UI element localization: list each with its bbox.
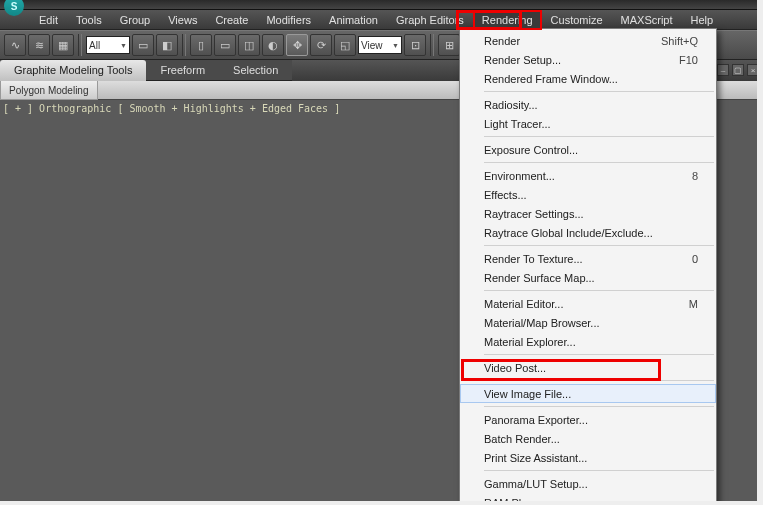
menu-edit[interactable]: Edit [30,10,67,30]
menu-item-raytrace-global-include-exclude[interactable]: Raytrace Global Include/Exclude... [460,223,716,242]
menu-item-material-map-browser[interactable]: Material/Map Browser... [460,313,716,332]
refcoord-combo[interactable]: View▼ [358,36,402,54]
menu-item-label: Gamma/LUT Setup... [484,478,588,490]
menu-item-shortcut: F10 [679,54,698,66]
menu-item-print-size-assistant[interactable]: Print Size Assistant... [460,448,716,467]
menu-item-label: Environment... [484,170,555,182]
menu-separator [484,406,714,407]
menu-item-render[interactable]: RenderShift+Q [460,31,716,50]
ribbon-tab-graphite-modeling-tools[interactable]: Graphite Modeling Tools [0,60,146,81]
menu-item-shortcut: 0 [692,253,698,265]
menu-item-effects[interactable]: Effects... [460,185,716,204]
menu-item-label: Raytracer Settings... [484,208,584,220]
menu-separator [484,354,714,355]
menu-item-label: Material Editor... [484,298,563,310]
ribbon-tab-selection[interactable]: Selection [219,60,292,81]
menu-item-environment[interactable]: Environment...8 [460,166,716,185]
toolbar-separator [78,34,82,56]
tool-window-icon[interactable]: ◧ [156,34,178,56]
menu-separator [484,162,714,163]
menu-item-label: Render Surface Map... [484,272,595,284]
tool-select-name-icon[interactable]: ▭ [214,34,236,56]
menu-separator [484,380,714,381]
menu-item-gamma-lut-setup[interactable]: Gamma/LUT Setup... [460,474,716,493]
selection-filter-combo[interactable]: All▼ [86,36,130,54]
menu-item-label: View Image File... [484,388,571,400]
menu-item-exposure-control[interactable]: Exposure Control... [460,140,716,159]
menu-rendering[interactable]: Rendering [473,10,542,30]
menu-item-shortcut: Shift+Q [661,35,698,47]
tool-select-icon[interactable]: ▯ [190,34,212,56]
menu-item-rendered-frame-window[interactable]: Rendered Frame Window... [460,69,716,88]
title-bar: S [0,0,763,10]
tool-select-region-icon[interactable]: ◫ [238,34,260,56]
sub-ribbon-tab[interactable]: Polygon Modeling [0,81,98,100]
ribbon-tab-freeform[interactable]: Freeform [146,60,219,81]
tool-move-icon[interactable]: ✥ [286,34,308,56]
menu-item-panorama-exporter[interactable]: Panorama Exporter... [460,410,716,429]
menu-help[interactable]: Help [682,10,723,30]
menu-graph-editors[interactable]: Graph Editors [387,10,473,30]
menu-separator [484,470,714,471]
ribbon-minimize-icon[interactable]: – [717,64,729,76]
window-edge-bottom [0,501,763,505]
tool-paint-select-icon[interactable]: ◐ [262,34,284,56]
menu-separator [484,91,714,92]
menu-item-label: Panorama Exporter... [484,414,588,426]
viewport-label[interactable]: [ + ] Orthographic [ Smooth + Highlights… [3,103,340,114]
menu-modifiers[interactable]: Modifiers [257,10,320,30]
menu-separator [484,245,714,246]
menu-item-radiosity[interactable]: Radiosity... [460,95,716,114]
tool-rotate-icon[interactable]: ⟳ [310,34,332,56]
menu-item-label: Raytrace Global Include/Exclude... [484,227,653,239]
tool-unlink-icon[interactable]: ≋ [28,34,50,56]
menu-item-label: Video Post... [484,362,546,374]
tool-link-icon[interactable]: ∿ [4,34,26,56]
menu-item-shortcut: M [689,298,698,310]
menu-item-light-tracer[interactable]: Light Tracer... [460,114,716,133]
menu-item-raytracer-settings[interactable]: Raytracer Settings... [460,204,716,223]
menu-create[interactable]: Create [206,10,257,30]
menu-item-label: Radiosity... [484,99,538,111]
menu-item-label: Exposure Control... [484,144,578,156]
menu-item-label: Material/Map Browser... [484,317,600,329]
menu-item-batch-render[interactable]: Batch Render... [460,429,716,448]
menu-item-material-editor[interactable]: Material Editor...M [460,294,716,313]
menu-bar: EditToolsGroupViewsCreateModifiersAnimat… [0,10,763,30]
tool-center-icon[interactable]: ⊡ [404,34,426,56]
menu-item-label: Batch Render... [484,433,560,445]
menu-item-label: Render [484,35,520,47]
menu-item-render-setup[interactable]: Render Setup...F10 [460,50,716,69]
menu-item-label: Rendered Frame Window... [484,73,618,85]
menu-item-label: Render Setup... [484,54,561,66]
menu-separator [484,290,714,291]
menu-item-shortcut: 8 [692,170,698,182]
menu-group[interactable]: Group [111,10,160,30]
menu-views[interactable]: Views [159,10,206,30]
menu-item-label: Render To Texture... [484,253,583,265]
menu-item-render-to-texture[interactable]: Render To Texture...0 [460,249,716,268]
menu-item-material-explorer[interactable]: Material Explorer... [460,332,716,351]
menu-item-video-post[interactable]: Video Post... [460,358,716,377]
menu-maxscript[interactable]: MAXScript [612,10,682,30]
menu-item-view-image-file[interactable]: View Image File... [460,384,716,403]
toolbar-separator [430,34,434,56]
toolbar-separator [182,34,186,56]
tool-crossing-icon[interactable]: ▭ [132,34,154,56]
rendering-menu-dropdown: RenderShift+QRender Setup...F10Rendered … [459,28,717,505]
menu-item-render-surface-map[interactable]: Render Surface Map... [460,268,716,287]
tool-schematic-icon[interactable]: ▦ [52,34,74,56]
menu-animation[interactable]: Animation [320,10,387,30]
menu-tools[interactable]: Tools [67,10,111,30]
menu-item-label: Light Tracer... [484,118,551,130]
menu-item-label: Effects... [484,189,527,201]
tool-scale-icon[interactable]: ◱ [334,34,356,56]
ribbon-expand-icon[interactable]: ▢ [732,64,744,76]
menu-separator [484,136,714,137]
tool-manip-icon[interactable]: ⊞ [438,34,460,56]
window-edge-right [757,0,763,505]
menu-customize[interactable]: Customize [542,10,612,30]
menu-item-label: Material Explorer... [484,336,576,348]
menu-item-label: Print Size Assistant... [484,452,587,464]
